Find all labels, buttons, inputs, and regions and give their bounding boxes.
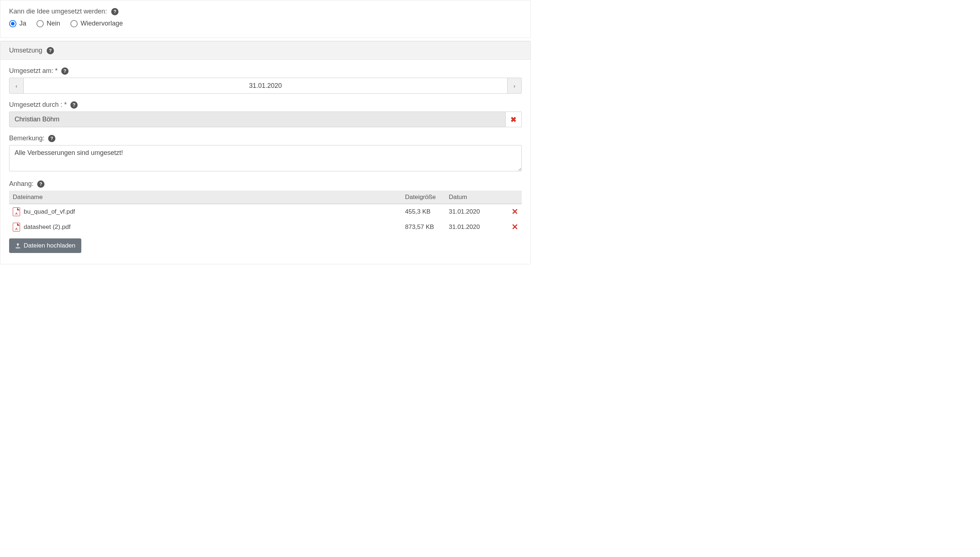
radio-label-yes: Ja <box>20 20 26 27</box>
feasibility-card: Kann die Idee umgesetzt werden: ? Ja Nei… <box>0 0 531 38</box>
attachments-table: Dateiname Dateigröße Datum bu_quad_of_vf… <box>9 191 522 235</box>
file-date: 31.01.2020 <box>445 204 503 220</box>
date-prev-button[interactable]: ‹ <box>9 78 24 94</box>
feasibility-question-label: Kann die Idee umgesetzt werden: <box>9 8 107 15</box>
delete-file-button[interactable]: ✕ <box>511 207 518 217</box>
close-icon: ✕ <box>511 222 518 232</box>
help-icon[interactable]: ? <box>47 47 54 54</box>
delete-file-button[interactable]: ✕ <box>511 222 518 232</box>
table-row: datasheet (2).pdf873,57 KB31.01.2020✕ <box>9 220 522 235</box>
radio-icon <box>70 20 78 27</box>
file-name[interactable]: bu_quad_of_vf.pdf <box>24 208 75 215</box>
help-icon[interactable]: ? <box>48 135 55 142</box>
date-next-button[interactable]: › <box>507 78 522 94</box>
file-date: 31.01.2020 <box>445 220 503 235</box>
upload-button-label: Dateien hochladen <box>24 242 75 249</box>
radio-option-no[interactable]: Nein <box>36 20 60 27</box>
file-size: 455,3 KB <box>401 204 445 220</box>
chevron-right-icon: › <box>514 83 516 89</box>
radio-icon <box>36 20 44 27</box>
col-date: Datum <box>445 191 503 204</box>
col-filesize: Dateigröße <box>401 191 445 204</box>
implemented-by-row: Christian Böhm ✖ <box>9 112 522 127</box>
help-icon[interactable]: ? <box>70 101 78 109</box>
radio-label-resubmission: Wiedervorlage <box>81 20 123 27</box>
col-filename: Dateiname <box>9 191 401 204</box>
implemented-date-label: Umgesetzt am: * <box>9 67 58 75</box>
implemented-date-value[interactable]: 31.01.2020 <box>24 78 507 94</box>
note-label: Bemerkung: <box>9 135 44 142</box>
feasibility-radio-group: Ja Nein Wiedervorlage <box>9 20 522 27</box>
help-icon[interactable]: ? <box>37 181 44 188</box>
help-icon[interactable]: ? <box>111 8 119 15</box>
file-name[interactable]: datasheet (2).pdf <box>24 223 71 231</box>
chevron-left-icon: ‹ <box>16 83 18 89</box>
pdf-icon <box>13 223 20 231</box>
table-row: bu_quad_of_vf.pdf455,3 KB31.01.2020✕ <box>9 204 522 220</box>
radio-icon <box>9 20 16 27</box>
implemented-by-label: Umgesetzt durch : * <box>9 101 67 109</box>
upload-icon <box>15 243 21 249</box>
remove-person-button[interactable]: ✖ <box>506 112 522 127</box>
pdf-icon <box>13 207 20 216</box>
radio-label-no: Nein <box>47 20 60 27</box>
implemented-by-value[interactable]: Christian Böhm <box>9 112 506 127</box>
radio-option-resubmission[interactable]: Wiedervorlage <box>70 20 123 27</box>
radio-option-yes[interactable]: Ja <box>9 20 26 27</box>
upload-button[interactable]: Dateien hochladen <box>9 238 81 253</box>
date-stepper: ‹ 31.01.2020 › <box>9 78 522 94</box>
implementation-title: Umsetzung <box>9 47 42 54</box>
close-icon: ✖ <box>510 115 517 124</box>
help-icon[interactable]: ? <box>61 67 68 75</box>
note-textarea[interactable] <box>9 145 522 171</box>
implementation-card: Umsetzung ? Umgesetzt am: * ? ‹ 31.01.20… <box>0 41 531 264</box>
col-delete <box>503 191 522 204</box>
attachment-label: Anhang: <box>9 180 34 188</box>
close-icon: ✕ <box>511 207 518 217</box>
implementation-header: Umsetzung ? <box>0 41 531 60</box>
file-size: 873,57 KB <box>401 220 445 235</box>
